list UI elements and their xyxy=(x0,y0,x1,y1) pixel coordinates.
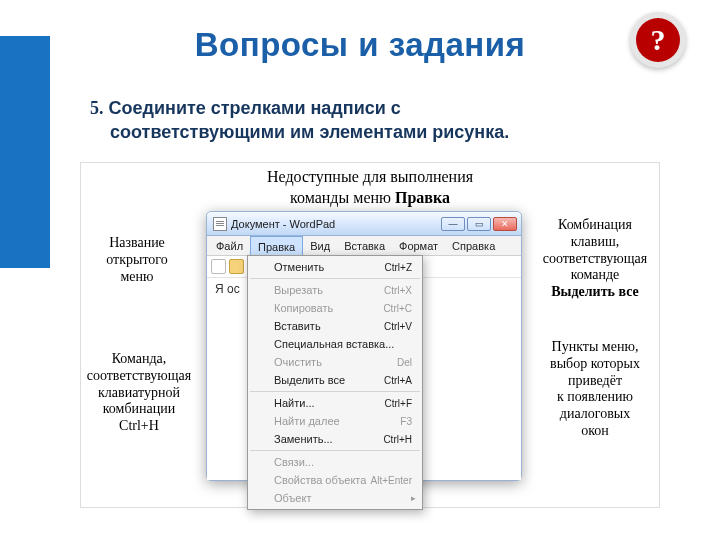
minimize-button[interactable]: — xyxy=(441,217,465,231)
menu-item[interactable]: Выделить всеCtrl+A xyxy=(248,371,422,389)
menu-separator xyxy=(250,278,420,279)
menu-item[interactable]: Найти...Ctrl+F xyxy=(248,394,422,412)
titlebar[interactable]: Документ - WordPad — ▭ ✕ xyxy=(207,212,521,236)
menu-item-shortcut: Ctrl+H xyxy=(383,434,412,445)
menu-item-label: Свойства объекта xyxy=(274,474,366,486)
question-line2: соответствующими им элементами рисунка. xyxy=(110,122,509,142)
menu-insert[interactable]: Вставка xyxy=(337,236,392,255)
menu-item-shortcut: Ctrl+V xyxy=(384,321,412,332)
menu-item-label: Копировать xyxy=(274,302,333,314)
label-shortcut: Комбинация клавиш, соответствующая коман… xyxy=(533,217,657,301)
menu-item-shortcut: Ctrl+C xyxy=(383,303,412,314)
menu-item: ВырезатьCtrl+X xyxy=(248,281,422,299)
app-window: Документ - WordPad — ▭ ✕ Файл Правка Вид… xyxy=(206,211,522,481)
menu-item-shortcut: Alt+Enter xyxy=(371,475,412,486)
menu-format[interactable]: Формат xyxy=(392,236,445,255)
window-title: Документ - WordPad xyxy=(231,218,335,230)
label-dialogs: Пункты меню, выбор которых приведёт к по… xyxy=(533,339,657,440)
menu-item-label: Очистить xyxy=(274,356,322,368)
menu-item-label: Отменить xyxy=(274,261,324,273)
question-mark-icon: ? xyxy=(636,18,680,62)
menu-item-shortcut: F3 xyxy=(400,416,412,427)
menu-edit[interactable]: Правка xyxy=(250,236,303,256)
app-icon xyxy=(213,217,227,231)
menu-item: ОчиститьDel xyxy=(248,353,422,371)
menu-item-shortcut: Ctrl+F xyxy=(385,398,413,409)
menu-item: Связи... xyxy=(248,453,422,471)
menu-item: Свойства объектаAlt+Enter xyxy=(248,471,422,489)
figure-box: Недоступные для выполнения команды меню … xyxy=(80,162,660,508)
menu-item[interactable]: ОтменитьCtrl+Z xyxy=(248,258,422,276)
menu-item-label: Вырезать xyxy=(274,284,323,296)
menu-item-label: Связи... xyxy=(274,456,314,468)
question-line1: Соедините стрелками надписи с xyxy=(109,98,401,118)
question-number: 5. xyxy=(90,98,104,118)
label-ctrl-h: Команда, соответствующая клавиатурной ко… xyxy=(81,351,197,435)
menu-item-label: Специальная вставка... xyxy=(274,338,394,350)
open-icon[interactable] xyxy=(229,259,244,274)
menu-item-label: Заменить... xyxy=(274,433,333,445)
menu-item-label: Найти... xyxy=(274,397,315,409)
help-badge: ? xyxy=(630,12,686,68)
menu-item: Объект xyxy=(248,489,422,507)
menubar: Файл Правка Вид Вставка Формат Справка xyxy=(207,236,521,256)
label-open-menu: Название открытого меню xyxy=(81,235,193,285)
menu-item-shortcut: Del xyxy=(397,357,412,368)
menu-help[interactable]: Справка xyxy=(445,236,502,255)
menu-item-shortcut: Ctrl+X xyxy=(384,285,412,296)
menu-item: КопироватьCtrl+C xyxy=(248,299,422,317)
menu-item-label: Вставить xyxy=(274,320,321,332)
menu-item-label: Выделить все xyxy=(274,374,345,386)
menu-item-shortcut: Ctrl+A xyxy=(384,375,412,386)
menu-item: Найти далееF3 xyxy=(248,412,422,430)
new-icon[interactable] xyxy=(211,259,226,274)
edit-dropdown: ОтменитьCtrl+ZВырезатьCtrl+XКопироватьCt… xyxy=(247,255,423,510)
accent-strip xyxy=(0,36,50,268)
question-block: 5. Соедините стрелками надписи с соответ… xyxy=(90,96,660,145)
menu-item-shortcut: Ctrl+Z xyxy=(385,262,413,273)
menu-item[interactable]: ВставитьCtrl+V xyxy=(248,317,422,335)
close-button[interactable]: ✕ xyxy=(493,217,517,231)
menu-item[interactable]: Специальная вставка... xyxy=(248,335,422,353)
page-title: Вопросы и задания xyxy=(0,26,720,64)
menu-view[interactable]: Вид xyxy=(303,236,337,255)
maximize-button[interactable]: ▭ xyxy=(467,217,491,231)
menu-item-label: Объект xyxy=(274,492,311,504)
figure-caption: Недоступные для выполнения команды меню … xyxy=(81,167,659,209)
menu-file[interactable]: Файл xyxy=(209,236,250,255)
menu-item[interactable]: Заменить...Ctrl+H xyxy=(248,430,422,448)
menu-separator xyxy=(250,450,420,451)
menu-item-label: Найти далее xyxy=(274,415,340,427)
menu-separator xyxy=(250,391,420,392)
